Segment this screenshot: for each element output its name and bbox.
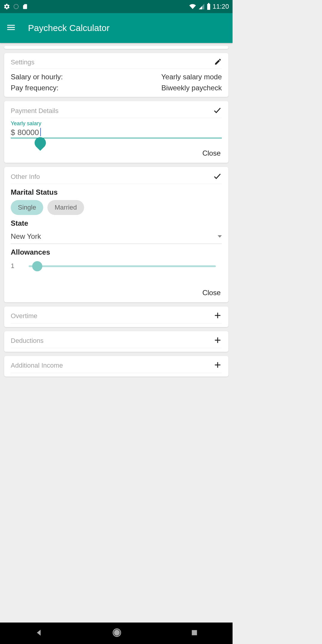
overtime-title: Overtime bbox=[11, 312, 37, 320]
settings-gear-icon bbox=[4, 3, 10, 10]
overtime-card[interactable]: Overtime bbox=[4, 306, 228, 327]
sd-card-icon bbox=[22, 3, 28, 10]
frequency-value: Biweekly paycheck bbox=[161, 82, 222, 93]
previous-card-peek bbox=[4, 46, 228, 49]
settings-card: Settings Salary or hourly: Yearly salary… bbox=[4, 53, 228, 97]
close-payment-button[interactable]: Close bbox=[11, 147, 222, 159]
payment-details-title: Payment Details bbox=[11, 107, 58, 115]
allowances-value: 1 bbox=[11, 262, 17, 270]
add-additional-income-button[interactable] bbox=[213, 361, 222, 370]
other-info-card: Other Info Marital Status Single Married… bbox=[4, 167, 228, 302]
edit-settings-button[interactable] bbox=[214, 58, 222, 67]
status-bar: 11:20 bbox=[0, 0, 233, 13]
close-other-button[interactable]: Close bbox=[11, 287, 222, 299]
plus-icon bbox=[213, 336, 222, 344]
slider-thumb bbox=[32, 261, 42, 271]
add-deductions-button[interactable] bbox=[213, 336, 222, 346]
state-value: New York bbox=[11, 232, 41, 241]
add-overtime-button[interactable] bbox=[213, 311, 222, 321]
plus-icon bbox=[213, 361, 222, 369]
yearly-salary-label: Yearly salary bbox=[11, 120, 222, 127]
page-title: Paycheck Calculator bbox=[28, 23, 109, 33]
battery-icon bbox=[207, 3, 211, 10]
other-info-title: Other Info bbox=[11, 173, 40, 181]
confirm-other-button[interactable] bbox=[213, 172, 222, 182]
sync-icon bbox=[13, 4, 19, 10]
clock: 11:20 bbox=[213, 3, 229, 10]
state-heading: State bbox=[11, 219, 222, 227]
check-icon bbox=[213, 106, 222, 115]
marital-single-chip[interactable]: Single bbox=[11, 200, 43, 215]
plus-icon bbox=[213, 311, 222, 320]
marital-married-chip[interactable]: Married bbox=[47, 200, 84, 215]
salary-value: 80000 bbox=[17, 128, 39, 137]
additional-income-card[interactable]: Additional Income bbox=[4, 356, 228, 377]
marital-status-heading: Marital Status bbox=[11, 188, 222, 196]
wifi-icon bbox=[189, 3, 196, 10]
svg-point-0 bbox=[14, 4, 18, 9]
additional-income-title: Additional Income bbox=[11, 362, 63, 369]
deductions-card[interactable]: Deductions bbox=[4, 331, 228, 352]
chevron-down-icon bbox=[218, 235, 222, 238]
slider-track bbox=[29, 265, 216, 267]
text-cursor bbox=[40, 128, 41, 136]
deductions-title: Deductions bbox=[11, 337, 44, 345]
frequency-label: Pay frequency: bbox=[11, 82, 58, 93]
svg-rect-2 bbox=[208, 3, 209, 4]
app-bar: Paycheck Calculator bbox=[0, 13, 233, 43]
salary-mode-value: Yearly salary mode bbox=[161, 71, 222, 82]
yearly-salary-input[interactable]: $ 80000 bbox=[11, 127, 222, 138]
menu-icon[interactable] bbox=[6, 22, 16, 34]
cell-signal-icon bbox=[198, 3, 205, 10]
state-select[interactable]: New York bbox=[11, 231, 222, 244]
settings-title: Settings bbox=[11, 58, 35, 66]
confirm-payment-button[interactable] bbox=[213, 106, 222, 116]
allowances-heading: Allowances bbox=[11, 248, 222, 256]
payment-details-card: Payment Details Yearly salary $ 80000 Cl… bbox=[4, 101, 228, 163]
content-area: Settings Salary or hourly: Yearly salary… bbox=[0, 43, 233, 381]
salary-mode-label: Salary or hourly: bbox=[11, 71, 63, 82]
pencil-icon bbox=[214, 58, 222, 66]
svg-rect-1 bbox=[207, 4, 210, 10]
currency-symbol: $ bbox=[11, 128, 15, 137]
allowances-slider[interactable] bbox=[29, 260, 222, 272]
check-icon bbox=[213, 172, 222, 181]
